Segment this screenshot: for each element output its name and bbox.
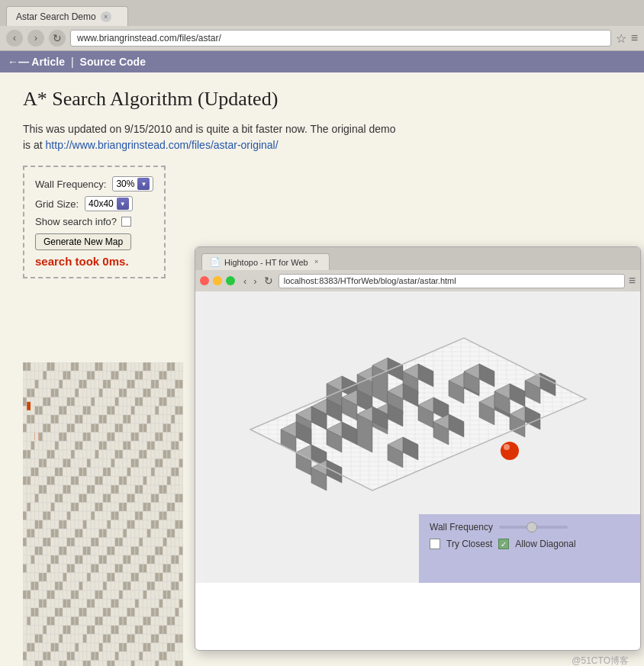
svg-rect-1007 bbox=[67, 565, 71, 573]
allow-diagonal-checkbox[interactable]: ✓ bbox=[498, 539, 509, 549]
svg-rect-113 bbox=[171, 362, 175, 371]
source-code-link[interactable]: Source Code bbox=[80, 56, 146, 68]
svg-rect-448 bbox=[71, 442, 75, 450]
svg-rect-671 bbox=[163, 485, 167, 494]
svg-rect-984 bbox=[135, 555, 139, 564]
svg-rect-1047 bbox=[67, 573, 71, 581]
refresh-button[interactable]: ↻ bbox=[49, 30, 66, 47]
svg-rect-327 bbox=[67, 415, 71, 423]
svg-rect-445 bbox=[59, 442, 63, 450]
svg-rect-1202 bbox=[47, 608, 51, 616]
svg-rect-734 bbox=[95, 503, 99, 511]
svg-rect-1436 bbox=[23, 661, 27, 666]
svg-rect-857 bbox=[107, 529, 111, 538]
svg-rect-291 bbox=[83, 407, 87, 415]
svg-rect-1357 bbox=[27, 643, 31, 652]
inner-menu-button[interactable]: ≡ bbox=[629, 274, 636, 288]
grid-size-select[interactable]: 40x40 ▼ bbox=[85, 196, 133, 211]
svg-rect-1241 bbox=[43, 617, 47, 626]
tab-close-button[interactable]: × bbox=[101, 11, 111, 22]
svg-rect-1149 bbox=[155, 590, 159, 599]
svg-rect-1465 bbox=[139, 661, 143, 666]
svg-rect-819 bbox=[115, 520, 119, 529]
svg-rect-1222 bbox=[127, 608, 131, 616]
svg-rect-1028 bbox=[151, 565, 155, 573]
svg-rect-662 bbox=[127, 485, 131, 494]
svg-rect-1253 bbox=[91, 617, 95, 626]
svg-rect-1161 bbox=[43, 600, 47, 608]
svg-rect-1327 bbox=[67, 635, 71, 643]
svg-rect-172 bbox=[87, 380, 91, 388]
svg-rect-328 bbox=[71, 415, 75, 423]
inner-forward-button[interactable]: › bbox=[252, 275, 258, 287]
svg-rect-1213 bbox=[91, 608, 95, 616]
svg-rect-1061 bbox=[123, 573, 127, 581]
svg-rect-303 bbox=[131, 407, 135, 415]
svg-rect-869 bbox=[155, 529, 159, 538]
svg-rect-626 bbox=[143, 477, 147, 485]
svg-rect-359 bbox=[35, 424, 39, 433]
svg-rect-808 bbox=[71, 520, 75, 529]
inner-back-button[interactable]: ‹ bbox=[242, 275, 248, 287]
forward-button[interactable]: › bbox=[27, 30, 44, 47]
svg-rect-238 bbox=[31, 397, 35, 406]
svg-rect-209 bbox=[75, 389, 79, 397]
original-link[interactable]: http://www.briangrinstead.com/files/asta… bbox=[46, 139, 279, 151]
svg-rect-553 bbox=[171, 459, 175, 468]
svg-rect-372 bbox=[87, 424, 91, 433]
svg-rect-579 bbox=[115, 468, 119, 476]
svg-rect-1419 bbox=[115, 652, 119, 661]
browser-tab[interactable]: Astar Search Demo × bbox=[6, 6, 128, 26]
svg-rect-1455 bbox=[99, 661, 103, 666]
svg-rect-227 bbox=[147, 389, 151, 397]
svg-rect-167 bbox=[67, 380, 71, 388]
svg-rect-785 bbox=[139, 512, 143, 520]
close-traffic-light[interactable] bbox=[200, 276, 209, 285]
svg-rect-814 bbox=[95, 520, 99, 529]
svg-rect-599 bbox=[35, 477, 39, 485]
svg-rect-603 bbox=[51, 477, 55, 485]
show-search-checkbox[interactable] bbox=[121, 217, 131, 227]
inner-wall-freq-row: Wall Frequency bbox=[430, 522, 630, 532]
generate-map-button[interactable]: Generate New Map bbox=[35, 233, 131, 250]
svg-rect-1335 bbox=[99, 635, 103, 643]
minimize-traffic-light[interactable] bbox=[213, 276, 222, 285]
svg-rect-413 bbox=[91, 433, 95, 441]
address-input[interactable] bbox=[70, 30, 611, 47]
svg-rect-462 bbox=[127, 442, 131, 450]
svg-rect-915 bbox=[179, 538, 183, 546]
svg-rect-349 bbox=[155, 415, 159, 423]
maximize-traffic-light[interactable] bbox=[226, 276, 235, 285]
svg-rect-182 bbox=[127, 380, 131, 388]
svg-rect-1064 bbox=[135, 573, 139, 581]
svg-rect-1308 bbox=[151, 626, 155, 634]
inner-browser-tab[interactable]: 📄 Hightopo - HT for Web × bbox=[201, 253, 330, 270]
svg-rect-1363 bbox=[51, 643, 55, 652]
wall-freq-select[interactable]: 30% ▼ bbox=[112, 176, 153, 191]
wall-freq-slider[interactable] bbox=[499, 526, 568, 529]
svg-rect-1079 bbox=[35, 582, 39, 590]
svg-rect-921 bbox=[43, 547, 47, 555]
viz-area: Wall Frequency Try Closest ✓ Allow Diago… bbox=[195, 291, 640, 583]
svg-rect-755 bbox=[179, 503, 183, 511]
svg-rect-1426 bbox=[143, 652, 147, 661]
article-link[interactable]: ←— Article bbox=[8, 56, 65, 68]
svg-rect-878 bbox=[31, 538, 35, 546]
svg-rect-1205 bbox=[59, 608, 63, 616]
svg-rect-283 bbox=[51, 407, 55, 415]
svg-rect-1039 bbox=[35, 573, 39, 581]
inner-tab-close-button[interactable]: × bbox=[312, 258, 321, 267]
svg-rect-637 bbox=[27, 485, 31, 494]
bookmark-button[interactable]: ☆ bbox=[616, 31, 626, 46]
inner-refresh-button[interactable]: ↻ bbox=[262, 275, 275, 287]
svg-rect-320 bbox=[39, 415, 43, 423]
inner-address-input[interactable] bbox=[279, 274, 625, 288]
svg-rect-472 bbox=[167, 442, 171, 450]
back-button[interactable]: ‹ bbox=[6, 30, 23, 47]
svg-rect-741 bbox=[123, 503, 127, 511]
svg-rect-131 bbox=[83, 372, 87, 380]
svg-rect-248 bbox=[71, 397, 75, 406]
svg-rect-664 bbox=[135, 485, 139, 494]
try-closest-checkbox[interactable] bbox=[430, 539, 440, 549]
browser-menu-button[interactable]: ≡ bbox=[631, 31, 638, 45]
